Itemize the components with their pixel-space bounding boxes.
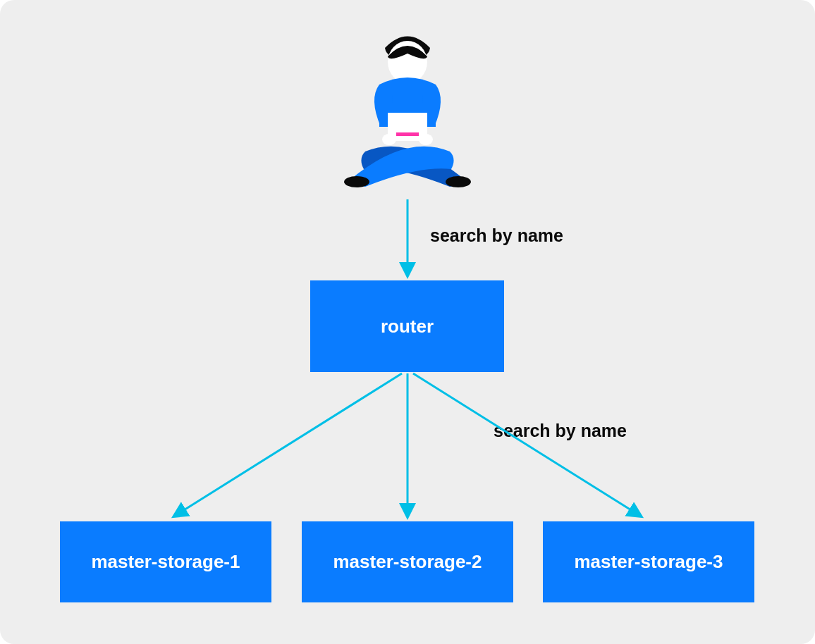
user-icon [330, 28, 485, 197]
diagram-canvas: router master-storage-1 master-storage-2… [0, 0, 815, 644]
storage-node-1: master-storage-1 [60, 521, 271, 602]
arrow-label-1: search by name [430, 225, 563, 246]
svg-rect-2 [396, 132, 419, 136]
arrow-router-storage1 [175, 373, 402, 516]
storage3-label: master-storage-3 [575, 551, 723, 573]
svg-point-5 [344, 176, 369, 187]
svg-point-3 [382, 134, 396, 145]
svg-point-4 [419, 134, 433, 145]
storage1-label: master-storage-1 [92, 551, 240, 573]
storage2-label: master-storage-2 [333, 551, 482, 573]
router-label: router [381, 316, 434, 338]
storage-node-3: master-storage-3 [543, 521, 754, 602]
router-node: router [310, 280, 504, 372]
storage-node-2: master-storage-2 [302, 521, 513, 602]
svg-point-6 [446, 176, 471, 187]
arrow-router-storage3 [413, 373, 640, 516]
arrow-label-2: search by name [494, 421, 627, 441]
